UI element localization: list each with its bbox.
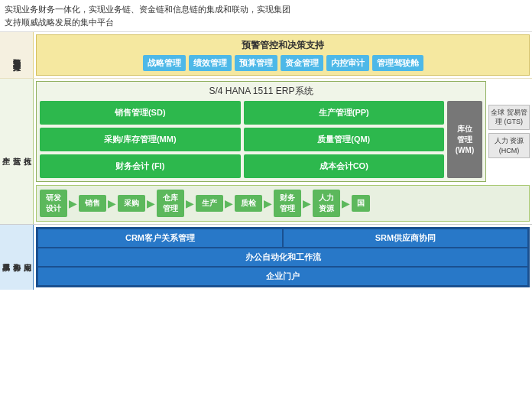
shared-left-label: 共享服务和协同应用 [0,225,34,290]
main-content: 实现业务财务一体化，实现业务链、资金链和信息链的集成和联动，实现集团 支持顺威战… [0,0,532,399]
warning-title: 预警管控和决策支持 [41,39,525,52]
process-8: 国 [352,195,370,212]
process-5: 质检 [235,195,262,212]
top-text-section: 实现业务财务一体化，实现业务链、资金链和信息链的集成和联动，实现集团 支持顺威战… [0,0,532,32]
warning-row: 预警管 控和决 策支持 预警管控和决策支持 战略管理 绩效管理 预算管理 资金管… [0,32,532,79]
arrow-5: ▶ [264,197,272,209]
warning-module-4: 内控审计 [326,55,369,71]
arrow-1: ▶ [108,197,116,209]
erp-side-wm: 库位管理(WM) [447,101,482,178]
warning-module-3: 资金管理 [281,55,323,71]
erp-area: S/4 HANA 1511 ERP系统 销售管理(SD) 生产管理(PP) 采购… [36,81,530,182]
process-flow: 研发设计 ▶ 销售 ▶ 采购 ▶ 仓库管理 ▶ 生产 ▶ 质检 ▶ 财务管理 ▶… [36,185,530,222]
process-7: 人力资源 [313,190,340,217]
oa-cell: 办公自动化和工作流 [38,248,527,266]
process-1: 销售 [79,195,106,212]
warning-module-5: 管理驾驶舱 [372,55,423,71]
srm-cell: SRM供应商协同 [284,229,527,247]
shared-row: 共享服务和协同应用 CRM客户关系管理 SRM供应商协同 办公自动化和工作流 企… [0,225,532,290]
production-left-label: 生产运营执行 [0,79,34,224]
portal-cell: 企业门户 [38,268,527,285]
process-2: 采购 [118,195,145,212]
production-content: S/4 HANA 1511 ERP系统 销售管理(SD) 生产管理(PP) 采购… [34,79,532,224]
erp-box: S/4 HANA 1511 ERP系统 销售管理(SD) 生产管理(PP) 采购… [36,81,486,182]
process-4: 生产 [196,195,223,212]
erp-module-3: 质量管理(QM) [244,128,445,151]
page-wrapper: 实现业务财务一体化，实现业务链、资金链和信息链的集成和联动，实现集团 支持顺威战… [0,0,532,399]
warning-content: 预警管控和决策支持 战略管理 绩效管理 预算管理 资金管理 内控审计 管理驾驶舱 [36,34,530,76]
erp-module-2: 采购/库存管理(MM) [40,128,241,151]
process-6: 财务管理 [274,190,301,217]
warning-module-0: 战略管理 [143,55,186,71]
shared-row-1: CRM客户关系管理 SRM供应商协同 [38,229,527,247]
arrow-7: ▶ [342,197,350,209]
warning-left-label: 预警管 控和决 策支持 [0,32,34,78]
arrow-4: ▶ [225,197,233,209]
erp-module-0: 销售管理(SD) [40,101,241,125]
arrow-3: ▶ [186,197,194,209]
erp-module-1: 生产管理(PP) [244,101,445,125]
top-line1: 实现业务财务一体化，实现业务链、资金链和信息链的集成和联动，实现集团 [5,3,527,16]
warning-modules: 战略管理 绩效管理 预算管理 资金管理 内控审计 管理驾驶舱 [41,55,525,71]
production-row: 生产运营执行 S/4 HANA 1511 ERP系统 销售管理(SD) 生产管理… [0,79,532,225]
arrow-6: ▶ [303,197,311,209]
arrow-0: ▶ [69,197,77,209]
erp-inner: 销售管理(SD) 生产管理(PP) 采购/库存管理(MM) 质量管理(QM) 财… [40,101,482,178]
right-mod-hcm: 人力 资源 (HCM) [488,133,530,158]
arrow-2: ▶ [147,197,155,209]
top-line2: 支持顺威战略发展的集中平台 [5,16,527,29]
erp-module-4: 财务会计 (FI) [40,154,241,178]
warning-module-2: 预算管理 [235,55,277,71]
process-0: 研发设计 [40,190,67,217]
shared-row-2: 办公自动化和工作流 [38,248,527,266]
shared-row-3: 企业门户 [38,268,527,285]
erp-modules: 销售管理(SD) 生产管理(PP) 采购/库存管理(MM) 质量管理(QM) 财… [40,101,444,178]
erp-title: S/4 HANA 1511 ERP系统 [40,85,482,98]
crm-cell: CRM客户关系管理 [38,229,282,247]
erp-module-5: 成本会计CO) [244,154,445,178]
right-extra-modules: 全球 贸易管 理 (GTS) 人力 资源 (HCM) [488,81,530,182]
right-mod-gts: 全球 贸易管 理 (GTS) [488,105,530,130]
warning-module-1: 绩效管理 [189,55,232,71]
process-3: 仓库管理 [157,190,184,217]
shared-content: CRM客户关系管理 SRM供应商协同 办公自动化和工作流 企业门户 [36,227,530,287]
